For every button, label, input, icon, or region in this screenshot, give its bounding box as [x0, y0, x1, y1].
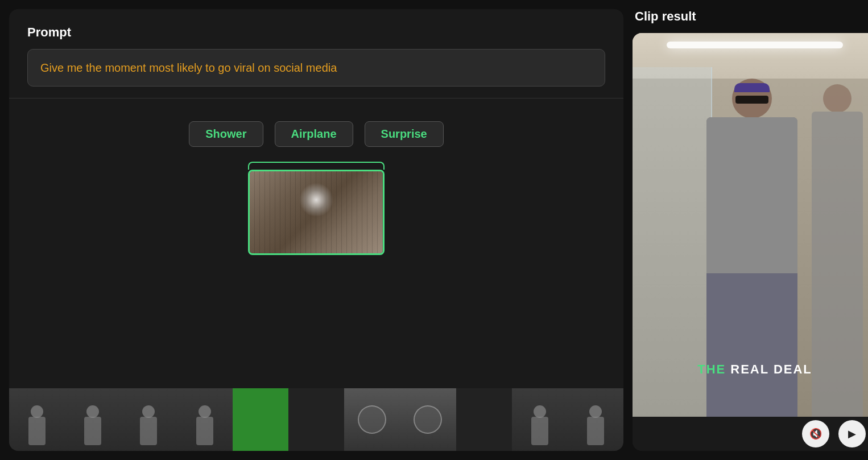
timeline-frames [9, 388, 623, 451]
subtitle-rest: REAL DEAL [726, 362, 812, 376]
timeline-frame-10[interactable] [512, 388, 568, 451]
clip-result-label: Clip result [633, 9, 868, 24]
timeline-strip [9, 388, 623, 451]
play-button[interactable]: ▶ [838, 420, 866, 447]
timeline-frame-11[interactable] [568, 388, 623, 451]
timeline-frame-2[interactable] [65, 388, 121, 451]
video-controls: 🔇 ▶ [633, 417, 868, 451]
timeline-frame-9[interactable] [456, 388, 512, 451]
tag-buttons: Shower Airplane Surprise [189, 121, 443, 147]
play-icon: ▶ [848, 428, 856, 440]
frame-circular-inner [358, 405, 386, 434]
mute-button[interactable]: 🔇 [802, 420, 829, 447]
timeline-frame-5-selected[interactable] [233, 388, 288, 451]
timeline-frame-1[interactable] [9, 388, 65, 451]
shower-head-glow [299, 183, 333, 217]
prompt-text: Give me the moment most likely to go vir… [40, 61, 337, 74]
clip-preview-container [248, 170, 385, 255]
prompt-section: Prompt Give me the moment most likely to… [9, 9, 623, 98]
prompt-box: Give me the moment most likely to go vir… [27, 49, 605, 87]
clip-thumbnail[interactable] [248, 170, 385, 255]
timeline-frame-8[interactable] [400, 388, 456, 451]
clip-result-video: THE REAL DEAL 🔇 ▶ [633, 33, 868, 451]
tag-shower-button[interactable]: Shower [189, 121, 263, 147]
tag-surprise-button[interactable]: Surprise [365, 121, 444, 147]
ceiling-light [667, 42, 843, 48]
timeline-frame-6[interactable] [288, 388, 344, 451]
p2-head [823, 84, 852, 113]
bathroom-scene: THE REAL DEAL [633, 33, 868, 417]
person-head [732, 79, 772, 118]
frame-circular-inner-2 [414, 405, 442, 434]
shower-scene [250, 171, 383, 253]
person-pants [706, 273, 797, 417]
clip-selection-border [248, 162, 385, 170]
subtitle-green-word: THE [697, 362, 726, 376]
left-panel: Prompt Give me the moment most likely to… [9, 9, 623, 451]
timeline-frame-4[interactable] [177, 388, 233, 451]
person-sunglasses [735, 96, 768, 104]
tag-airplane-button[interactable]: Airplane [275, 121, 353, 147]
subtitle-text: THE REAL DEAL [697, 362, 812, 376]
prompt-label: Prompt [27, 25, 605, 40]
person-headband [734, 83, 770, 92]
right-panel: Clip result [633, 9, 868, 451]
subtitle-bar: THE REAL DEAL [633, 362, 868, 377]
timeline-frame-7[interactable] [344, 388, 400, 451]
person-shirt [706, 117, 797, 282]
timeline-frame-3[interactable] [121, 388, 176, 451]
mute-icon: 🔇 [809, 428, 822, 440]
